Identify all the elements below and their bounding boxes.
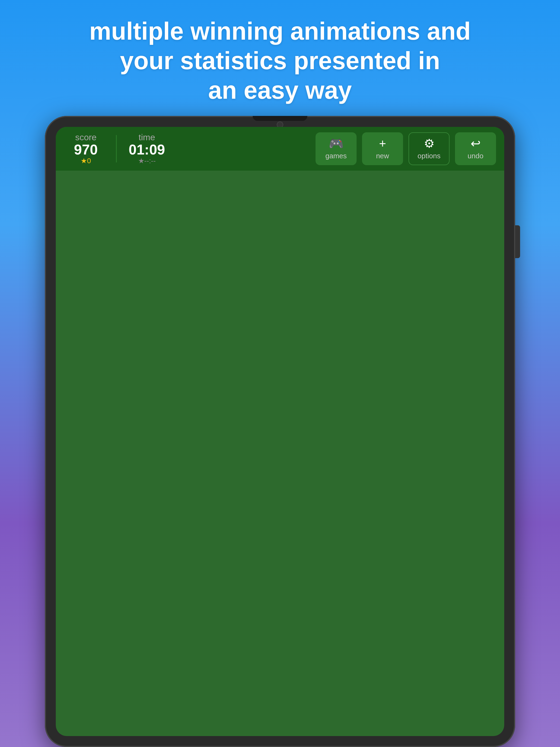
game-toolbar: score 970 ★0 time 01:09 ★--:-- 🎮 games +… [56, 127, 504, 171]
header-line2: your statistics presented in [89, 46, 470, 75]
toolbar-divider1 [116, 135, 117, 162]
options-button[interactable]: ⚙ options [408, 132, 450, 165]
tablet-screen: score 970 ★0 time 01:09 ★--:-- 🎮 games +… [56, 127, 504, 736]
games-button[interactable]: 🎮 games [315, 132, 357, 165]
tablet-notch [253, 116, 307, 121]
new-button[interactable]: + new [362, 132, 403, 165]
score-sub: ★0 [81, 157, 91, 165]
header-line1: multiple winning animations and [89, 17, 470, 46]
undo-button[interactable]: ↩ undo [455, 132, 496, 165]
time-sub: ★--:-- [138, 157, 156, 165]
tablet-frame: score 970 ★0 time 01:09 ★--:-- 🎮 games +… [45, 116, 515, 747]
gear-icon: ⚙ [424, 137, 434, 150]
undo-label: undo [467, 152, 483, 160]
tablet-side-btn [515, 225, 520, 258]
score-block: score 970 ★0 [64, 132, 108, 165]
score-label: score [75, 132, 97, 143]
options-label: options [417, 152, 440, 160]
new-label: new [376, 152, 389, 160]
new-icon: + [379, 137, 386, 150]
undo-icon: ↩ [470, 137, 481, 150]
time-value: 01:09 [129, 143, 165, 157]
time-label: time [138, 132, 155, 143]
time-block: time 01:09 ★--:-- [125, 132, 169, 165]
games-label: games [325, 152, 347, 160]
header-line3: an easy way [89, 75, 470, 105]
games-icon: 🎮 [329, 137, 344, 150]
header: multiple winning animations and your sta… [62, 0, 498, 116]
score-value: 970 [74, 143, 98, 157]
